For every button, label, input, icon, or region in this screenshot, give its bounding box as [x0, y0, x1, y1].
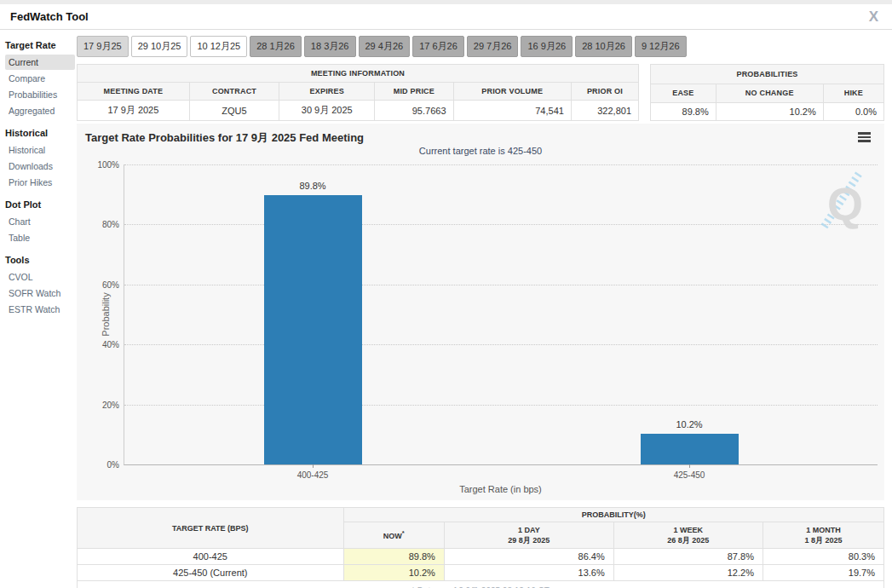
ease-value: 89.8% [651, 103, 716, 121]
sidebar-item-current[interactable]: Current [5, 55, 75, 70]
chart-title: Target Rate Probabilities for 17 9月 2025… [85, 130, 364, 146]
tab-meeting-10[interactable]: 28 10月26 [575, 36, 632, 57]
target-rate-cell: 425-450 (Current) [78, 565, 344, 581]
bar-value-label: 10.2% [676, 419, 702, 429]
sidebar: Target Rate Current Compare Probabilitie… [0, 30, 77, 588]
tab-meeting-5[interactable]: 18 3月26 [304, 36, 356, 57]
tab-meeting-4[interactable]: 28 1月26 [250, 36, 302, 57]
y-axis-title: Probability [101, 292, 111, 336]
tab-meeting-3[interactable]: 10 12月25 [190, 36, 247, 57]
now-cell: 10.2% [343, 565, 444, 581]
sidebar-item-cvol[interactable]: CVOL [5, 269, 75, 285]
probabilities-title: PROBABILITIES [651, 65, 884, 84]
xtick-label-400-425: 400-425 [297, 470, 329, 480]
sidebar-item-chart[interactable]: Chart [5, 214, 75, 229]
meeting-tabs: 17 9月25 29 10月25 10 12月25 28 1月26 18 3月2… [77, 36, 884, 57]
close-icon[interactable]: X [869, 9, 878, 24]
ytick-0: 0% [90, 460, 119, 470]
sidebar-item-aggregated[interactable]: Aggregated [5, 103, 75, 118]
sidebar-section-dot-plot: Dot Plot [5, 199, 75, 210]
sidebar-item-downloads[interactable]: Downloads [5, 159, 75, 174]
sidebar-item-probabilities[interactable]: Probabilities [5, 87, 75, 102]
tab-meeting-11[interactable]: 9 12月26 [635, 36, 687, 57]
col-ease: EASE [651, 84, 716, 103]
target-rate-cell: 400-425 [78, 549, 344, 565]
col-1-week: 1 WEEK26 8月 2025 [613, 522, 763, 549]
bar-value-label: 89.8% [299, 181, 325, 191]
app-header: FedWatch Tool X [0, 4, 892, 30]
ytick-100: 100% [90, 160, 119, 170]
col-expires: EXPIRES [279, 83, 375, 101]
x-axis-title: Target Rate (in bps) [124, 484, 878, 494]
tab-meeting-6[interactable]: 29 4月26 [359, 36, 411, 57]
plot-area: 100% 80% 60% 40% 20% 0% Probability 89.8… [124, 164, 878, 465]
probabilities-summary-table: PROBABILITIES EASE NO CHANGE HIKE 89.8% … [650, 64, 884, 121]
ytick-20: 20% [90, 401, 119, 410]
prior-oi-value: 322,801 [571, 101, 638, 121]
ytick-80: 80% [90, 220, 119, 229]
quikstrike-watermark-icon: Q [816, 170, 869, 233]
tab-meeting-7[interactable]: 17 6月26 [412, 36, 464, 57]
xtick-mark [689, 464, 690, 468]
hike-value: 0.0% [823, 103, 883, 121]
col-mid-price: MID PRICE [375, 83, 453, 101]
one-day-cell: 13.6% [444, 565, 613, 581]
col-no-change: NO CHANGE [716, 84, 823, 103]
svg-text:Q: Q [827, 178, 863, 229]
meeting-info-title: MEETING INFORMATION [78, 65, 639, 83]
sidebar-item-estr-watch[interactable]: ESTR Watch [5, 302, 75, 317]
tab-meeting-8[interactable]: 29 7月26 [467, 36, 519, 57]
col-1-month: 1 MONTH1 8月 2025 [763, 522, 883, 549]
col-prior-oi: PRIOR OI [571, 83, 638, 101]
prior-volume-value: 74,541 [453, 101, 571, 121]
probabilities-row: 89.8% 10.2% 0.0% [651, 103, 884, 121]
ytick-40: 40% [90, 340, 119, 349]
sidebar-section-historical: Historical [5, 128, 75, 138]
xtick-mark [313, 464, 314, 468]
ytick-60: 60% [90, 280, 119, 290]
col-target-rate-bps: TARGET RATE (BPS) [78, 508, 344, 549]
col-1-day: 1 DAY29 8月 2025 [444, 522, 613, 549]
sidebar-section-tools: Tools [5, 255, 75, 265]
one-month-cell: 19.7% [763, 565, 883, 581]
tab-meeting-2[interactable]: 29 10月25 [131, 36, 188, 57]
xtick-label-425-450: 425-450 [674, 470, 705, 480]
bar-400-425[interactable]: 89.8% [264, 195, 362, 464]
contract-value: ZQU5 [189, 101, 279, 121]
one-week-cell: 87.8% [613, 549, 763, 565]
sidebar-item-table[interactable]: Table [5, 230, 75, 245]
chart-subtitle: Current target rate is 425-450 [77, 146, 884, 156]
table-row: 425-450 (Current) 10.2% 13.6% 12.2% 19.7… [78, 565, 884, 581]
one-month-cell: 80.3% [763, 549, 883, 565]
meeting-date-value: 17 9月 2025 [78, 101, 190, 121]
sidebar-item-sofr-watch[interactable]: SOFR Watch [5, 285, 75, 301]
now-asterisk: * [402, 529, 405, 537]
probability-group-header: PROBABILITY(%) [343, 508, 884, 522]
chart-panel: Target Rate Probabilities for 17 9月 2025… [77, 124, 884, 500]
probability-history-table: TARGET RATE (BPS) PROBABILITY(%) NOW* 1 … [77, 507, 884, 588]
table-row: 400-425 89.8% 86.4% 87.8% 80.3% [78, 549, 884, 565]
meeting-info-row: 17 9月 2025 ZQU5 30 9月 2025 95.7663 74,54… [78, 101, 639, 121]
col-prior-volume: PRIOR VOLUME [453, 83, 571, 101]
chart-menu-icon[interactable] [858, 132, 871, 144]
expires-value: 30 9月 2025 [279, 101, 375, 121]
one-week-cell: 12.2% [613, 565, 763, 581]
page-title: FedWatch Tool [10, 10, 89, 23]
bar-425-450[interactable]: 10.2% [641, 434, 739, 464]
col-now: NOW* [343, 522, 444, 549]
col-contract: CONTRACT [189, 83, 279, 101]
col-hike: HIKE [823, 84, 883, 103]
sidebar-item-compare[interactable]: Compare [5, 71, 75, 86]
one-day-cell: 86.4% [444, 549, 613, 565]
sidebar-item-prior-hikes[interactable]: Prior Hikes [5, 175, 75, 190]
col-meeting-date: MEETING DATE [78, 83, 190, 101]
no-change-value: 10.2% [716, 103, 823, 121]
tab-meeting-9[interactable]: 16 9月26 [521, 36, 573, 57]
sidebar-item-historical[interactable]: Historical [5, 142, 75, 158]
now-cell: 89.8% [343, 549, 444, 565]
meeting-info-table: MEETING INFORMATION MEETING DATE CONTRAC… [77, 64, 639, 121]
tab-meeting-1[interactable]: 17 9月25 [77, 36, 129, 57]
sidebar-section-target-rate: Target Rate [5, 40, 75, 50]
bar-slot-400-425: 89.8% [124, 164, 501, 464]
data-as-of-footnote: * Data as of 2 9月 2025 03:12:16 CT [78, 581, 884, 588]
